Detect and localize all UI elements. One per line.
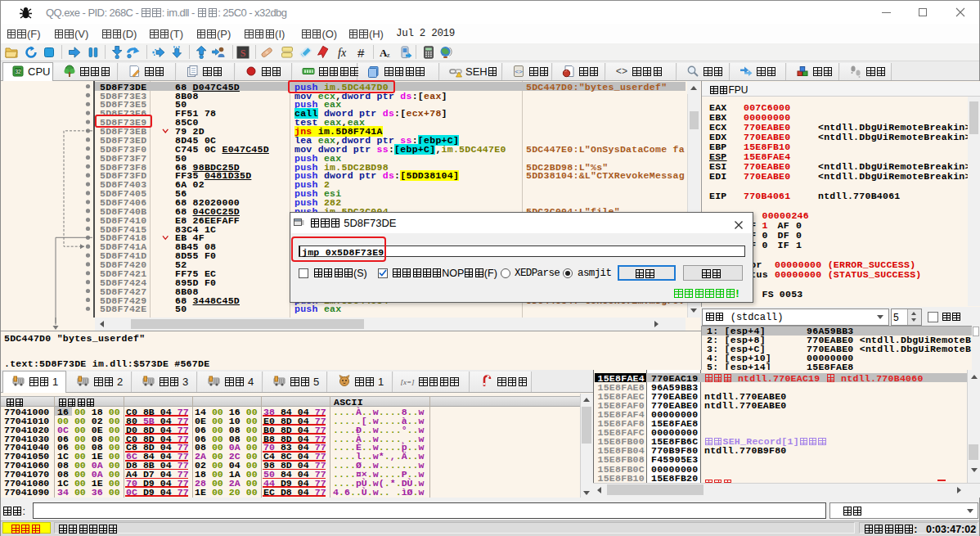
svg-text:32: 32 (15, 69, 21, 74)
svg-text:z: z (387, 51, 390, 58)
svg-text:<>: <> (515, 68, 523, 75)
svg-text:#: # (357, 46, 365, 59)
svg-text:S: S (241, 47, 246, 58)
svg-text:<>: <> (616, 66, 627, 78)
svg-text:[x=]: [x=] (400, 378, 415, 386)
svg-text:fx: fx (338, 47, 347, 59)
